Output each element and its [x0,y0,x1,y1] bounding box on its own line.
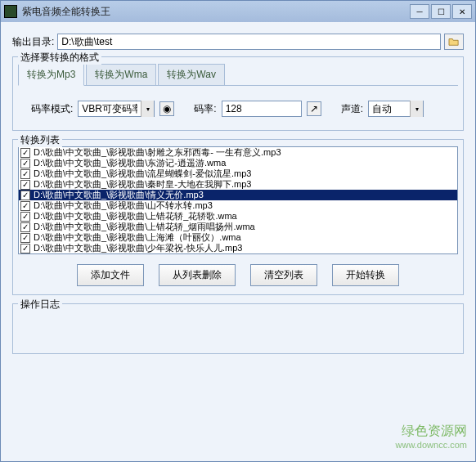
window-title: 紫电音频全能转换王 [22,5,410,19]
channel-value[interactable] [369,101,410,116]
file-list[interactable]: ✓D:\歌曲\中文歌曲_\影视歌曲\射雕之东邪西毒- 一生有意义.mp3✓D:\… [18,146,458,254]
output-row: 输出目录: [12,34,464,50]
app-icon [4,5,17,18]
checkbox-icon[interactable]: ✓ [20,169,30,179]
checkbox-icon[interactable]: ✓ [20,159,30,168]
list-legend: 转换列表 [18,133,62,147]
add-file-button[interactable]: 添加文件 [77,264,144,286]
close-button[interactable]: ✕ [452,4,472,19]
watermark-url: www.downcc.com [396,440,467,450]
watermark: 绿色资源网 www.downcc.com [396,423,467,450]
checkbox-icon[interactable]: ✓ [20,233,30,243]
folder-open-icon [448,37,460,47]
dropdown-icon[interactable]: ▾ [410,101,423,117]
format-fieldset: 选择要转换的格式 转换为Mp3转换为Wma转换为Wav 码率模式: ▾ ◉ 码率… [12,56,464,131]
remove-button[interactable]: 从列表删除 [159,264,236,286]
checkbox-icon[interactable]: ✓ [20,201,30,211]
minimize-button[interactable]: ─ [410,4,429,19]
format-tabs: 转换为Mp3转换为Wma转换为Wav [18,64,458,86]
channel-select[interactable]: ▾ [368,101,424,117]
format-legend: 选择要转换的格式 [18,51,101,65]
bitrate-mode-select[interactable]: ▾ [78,101,155,117]
bitrate-slider-button[interactable]: ↗ [307,101,321,116]
browse-button[interactable] [444,34,464,50]
checkbox-icon[interactable]: ✓ [20,244,30,253]
output-path-input[interactable] [57,34,441,50]
checkbox-icon[interactable]: ✓ [20,180,30,190]
list-fieldset: 转换列表 ✓D:\歌曲\中文歌曲_\影视歌曲\射雕之东邪西毒- 一生有意义.mp… [12,139,464,295]
checkbox-icon[interactable]: ✓ [20,148,30,158]
clear-button[interactable]: 清空列表 [250,264,317,286]
bitrate-mode-value[interactable] [79,101,141,116]
log-legend: 操作日志 [18,298,62,312]
bitrate-mode-label: 码率模式: [31,102,73,116]
bitrate-input-wrap[interactable] [222,101,302,117]
checkbox-icon[interactable]: ✓ [20,222,30,232]
maximize-button[interactable]: ☐ [431,4,451,19]
app-window: 紫电音频全能转换王 ─ ☐ ✕ 输出目录: 选择要转换的格式 转换为Mp3转换为… [0,0,476,462]
bitrate-input[interactable] [222,101,301,116]
log-fieldset: 操作日志 [12,303,464,354]
bitrate-label: 码率: [194,102,216,116]
checkbox-icon[interactable]: ✓ [20,212,30,222]
dropdown-icon[interactable]: ▾ [141,101,154,117]
checkbox-icon[interactable]: ✓ [20,191,30,200]
watermark-name: 绿色资源网 [396,423,467,440]
list-item[interactable]: ✓D:\歌曲\中文歌曲_\影视歌曲\少年梁祝-快乐人儿.mp3 [19,243,457,253]
start-button[interactable]: 开始转换 [332,264,399,286]
output-label: 输出目录: [12,35,54,49]
titlebar: 紫电音频全能转换王 ─ ☐ ✕ [1,1,475,22]
bitrate-mode-stepper[interactable]: ◉ [159,101,174,116]
channel-label: 声道: [341,102,363,116]
list-item-path: D:\歌曲\中文歌曲_\影视歌曲\少年梁祝-快乐人儿.mp3 [34,242,242,254]
content-area: 输出目录: 选择要转换的格式 转换为Mp3转换为Wma转换为Wav 码率模式: … [1,22,475,362]
tab-2[interactable]: 转换为Wav [158,64,225,85]
params-row: 码率模式: ▾ ◉ 码率: ↗ 声道: ▾ [18,96,458,122]
tab-0[interactable]: 转换为Mp3 [18,64,84,86]
tab-1[interactable]: 转换为Wma [86,64,156,85]
window-controls: ─ ☐ ✕ [410,4,472,19]
button-row: 添加文件 从列表删除 清空列表 开始转换 [18,264,458,286]
